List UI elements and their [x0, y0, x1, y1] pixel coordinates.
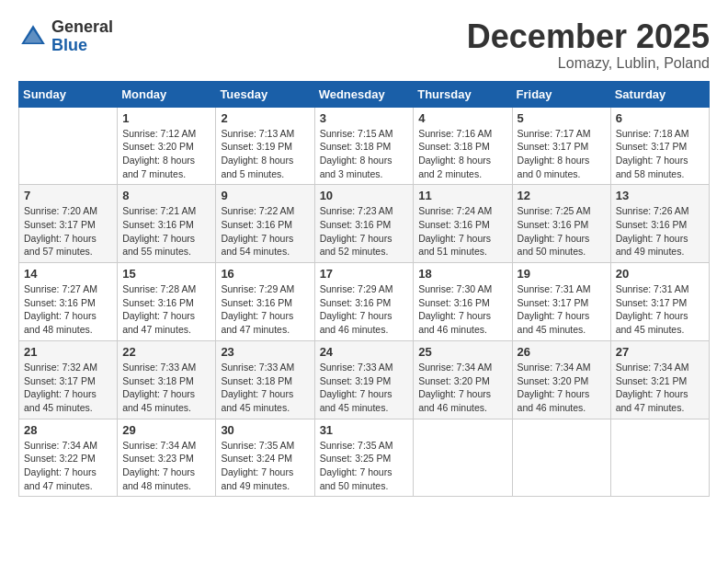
- day-info: Sunrise: 7:29 AM Sunset: 3:16 PM Dayligh…: [221, 282, 309, 337]
- day-cell: 22Sunrise: 7:33 AM Sunset: 3:18 PM Dayli…: [118, 340, 216, 419]
- week-row-5: 28Sunrise: 7:34 AM Sunset: 3:22 PM Dayli…: [19, 419, 710, 497]
- weekday-header-row: SundayMondayTuesdayWednesdayThursdayFrid…: [19, 81, 710, 107]
- day-cell: 5Sunrise: 7:17 AM Sunset: 3:17 PM Daylig…: [512, 107, 610, 185]
- day-info: Sunrise: 7:34 AM Sunset: 3:22 PM Dayligh…: [24, 439, 112, 493]
- day-number: 17: [320, 267, 409, 281]
- day-info: Sunrise: 7:21 AM Sunset: 3:16 PM Dayligh…: [122, 204, 210, 259]
- day-info: Sunrise: 7:32 AM Sunset: 3:17 PM Dayligh…: [24, 361, 112, 415]
- day-number: 4: [418, 111, 506, 125]
- day-cell: [19, 107, 118, 185]
- day-cell: 27Sunrise: 7:34 AM Sunset: 3:21 PM Dayli…: [610, 340, 709, 419]
- day-number: 15: [122, 267, 210, 281]
- day-cell: 19Sunrise: 7:31 AM Sunset: 3:17 PM Dayli…: [512, 263, 610, 341]
- day-number: 22: [122, 345, 210, 359]
- day-info: Sunrise: 7:34 AM Sunset: 3:23 PM Dayligh…: [122, 439, 210, 493]
- day-info: Sunrise: 7:20 AM Sunset: 3:17 PM Dayligh…: [24, 204, 112, 259]
- day-number: 24: [320, 345, 409, 359]
- day-info: Sunrise: 7:25 AM Sunset: 3:16 PM Dayligh…: [518, 204, 606, 259]
- day-cell: 14Sunrise: 7:27 AM Sunset: 3:16 PM Dayli…: [19, 263, 118, 341]
- day-info: Sunrise: 7:13 AM Sunset: 3:19 PM Dayligh…: [221, 127, 309, 181]
- day-number: 28: [24, 423, 112, 437]
- logo-icon: [18, 22, 48, 52]
- day-info: Sunrise: 7:33 AM Sunset: 3:18 PM Dayligh…: [221, 361, 309, 415]
- day-cell: [512, 419, 610, 497]
- day-number: 6: [616, 111, 704, 125]
- day-info: Sunrise: 7:23 AM Sunset: 3:16 PM Dayligh…: [320, 204, 409, 259]
- day-cell: 17Sunrise: 7:29 AM Sunset: 3:16 PM Dayli…: [314, 263, 414, 341]
- day-number: 18: [418, 267, 506, 281]
- day-number: 5: [518, 111, 606, 125]
- day-info: Sunrise: 7:24 AM Sunset: 3:16 PM Dayligh…: [418, 204, 506, 259]
- day-cell: 18Sunrise: 7:30 AM Sunset: 3:16 PM Dayli…: [414, 263, 512, 341]
- day-cell: 23Sunrise: 7:33 AM Sunset: 3:18 PM Dayli…: [216, 340, 314, 419]
- day-cell: 16Sunrise: 7:29 AM Sunset: 3:16 PM Dayli…: [216, 263, 314, 341]
- day-number: 23: [221, 345, 309, 359]
- day-cell: 2Sunrise: 7:13 AM Sunset: 3:19 PM Daylig…: [216, 107, 314, 185]
- day-cell: 3Sunrise: 7:15 AM Sunset: 3:18 PM Daylig…: [314, 107, 414, 185]
- day-info: Sunrise: 7:34 AM Sunset: 3:20 PM Dayligh…: [418, 361, 506, 415]
- day-info: Sunrise: 7:16 AM Sunset: 3:18 PM Dayligh…: [418, 127, 506, 181]
- day-cell: 29Sunrise: 7:34 AM Sunset: 3:23 PM Dayli…: [118, 419, 216, 497]
- day-number: 1: [122, 111, 210, 125]
- day-cell: [414, 419, 512, 497]
- day-cell: 15Sunrise: 7:28 AM Sunset: 3:16 PM Dayli…: [118, 263, 216, 341]
- week-row-1: 1Sunrise: 7:12 AM Sunset: 3:20 PM Daylig…: [19, 107, 710, 185]
- day-cell: 20Sunrise: 7:31 AM Sunset: 3:17 PM Dayli…: [610, 263, 709, 341]
- day-cell: 28Sunrise: 7:34 AM Sunset: 3:22 PM Dayli…: [19, 419, 118, 497]
- day-number: 3: [320, 111, 409, 125]
- day-number: 25: [418, 345, 506, 359]
- day-info: Sunrise: 7:12 AM Sunset: 3:20 PM Dayligh…: [122, 127, 210, 181]
- day-number: 26: [518, 345, 606, 359]
- page-header: General Blue December 2025 Lomazy, Lubli…: [18, 18, 710, 72]
- weekday-header-wednesday: Wednesday: [314, 81, 414, 107]
- logo-general: General: [51, 17, 113, 36]
- day-number: 9: [221, 189, 309, 202]
- day-info: Sunrise: 7:33 AM Sunset: 3:19 PM Dayligh…: [320, 361, 409, 415]
- day-cell: 24Sunrise: 7:33 AM Sunset: 3:19 PM Dayli…: [314, 340, 414, 419]
- day-number: 21: [24, 345, 112, 359]
- day-cell: 7Sunrise: 7:20 AM Sunset: 3:17 PM Daylig…: [19, 185, 118, 263]
- day-info: Sunrise: 7:34 AM Sunset: 3:21 PM Dayligh…: [616, 361, 704, 415]
- weekday-header-saturday: Saturday: [610, 81, 709, 107]
- day-info: Sunrise: 7:28 AM Sunset: 3:16 PM Dayligh…: [122, 282, 210, 337]
- day-number: 19: [518, 267, 606, 281]
- day-info: Sunrise: 7:15 AM Sunset: 3:18 PM Dayligh…: [320, 127, 409, 181]
- day-info: Sunrise: 7:31 AM Sunset: 3:17 PM Dayligh…: [616, 282, 704, 337]
- logo-text: General Blue: [51, 18, 113, 55]
- weekday-header-friday: Friday: [512, 81, 610, 107]
- day-cell: 9Sunrise: 7:22 AM Sunset: 3:16 PM Daylig…: [216, 185, 314, 263]
- day-cell: 11Sunrise: 7:24 AM Sunset: 3:16 PM Dayli…: [414, 185, 512, 263]
- day-number: 31: [320, 423, 409, 437]
- day-info: Sunrise: 7:35 AM Sunset: 3:24 PM Dayligh…: [221, 439, 309, 493]
- location: Lomazy, Lublin, Poland: [467, 55, 710, 72]
- day-info: Sunrise: 7:18 AM Sunset: 3:17 PM Dayligh…: [616, 127, 704, 181]
- day-number: 11: [418, 189, 506, 202]
- weekday-header-thursday: Thursday: [414, 81, 512, 107]
- day-info: Sunrise: 7:29 AM Sunset: 3:16 PM Dayligh…: [320, 282, 409, 337]
- day-info: Sunrise: 7:31 AM Sunset: 3:17 PM Dayligh…: [518, 282, 606, 337]
- day-number: 20: [616, 267, 704, 281]
- week-row-4: 21Sunrise: 7:32 AM Sunset: 3:17 PM Dayli…: [19, 340, 710, 419]
- day-info: Sunrise: 7:30 AM Sunset: 3:16 PM Dayligh…: [418, 282, 506, 337]
- day-cell: 30Sunrise: 7:35 AM Sunset: 3:24 PM Dayli…: [216, 419, 314, 497]
- day-info: Sunrise: 7:26 AM Sunset: 3:16 PM Dayligh…: [616, 204, 704, 259]
- day-number: 8: [122, 189, 210, 202]
- day-number: 29: [122, 423, 210, 437]
- calendar-table: SundayMondayTuesdayWednesdayThursdayFrid…: [18, 81, 710, 498]
- day-info: Sunrise: 7:22 AM Sunset: 3:16 PM Dayligh…: [221, 204, 309, 259]
- weekday-header-sunday: Sunday: [19, 81, 118, 107]
- day-number: 27: [616, 345, 704, 359]
- day-info: Sunrise: 7:34 AM Sunset: 3:20 PM Dayligh…: [518, 361, 606, 415]
- month-title: December 2025: [467, 18, 710, 55]
- day-cell: 1Sunrise: 7:12 AM Sunset: 3:20 PM Daylig…: [118, 107, 216, 185]
- day-cell: 10Sunrise: 7:23 AM Sunset: 3:16 PM Dayli…: [314, 185, 414, 263]
- title-area: December 2025 Lomazy, Lublin, Poland: [467, 18, 710, 72]
- day-cell: 21Sunrise: 7:32 AM Sunset: 3:17 PM Dayli…: [19, 340, 118, 419]
- weekday-header-tuesday: Tuesday: [216, 81, 314, 107]
- day-cell: 6Sunrise: 7:18 AM Sunset: 3:17 PM Daylig…: [610, 107, 709, 185]
- day-cell: [610, 419, 709, 497]
- day-cell: 31Sunrise: 7:35 AM Sunset: 3:25 PM Dayli…: [314, 419, 414, 497]
- week-row-2: 7Sunrise: 7:20 AM Sunset: 3:17 PM Daylig…: [19, 185, 710, 263]
- day-cell: 13Sunrise: 7:26 AM Sunset: 3:16 PM Dayli…: [610, 185, 709, 263]
- day-number: 14: [24, 267, 112, 281]
